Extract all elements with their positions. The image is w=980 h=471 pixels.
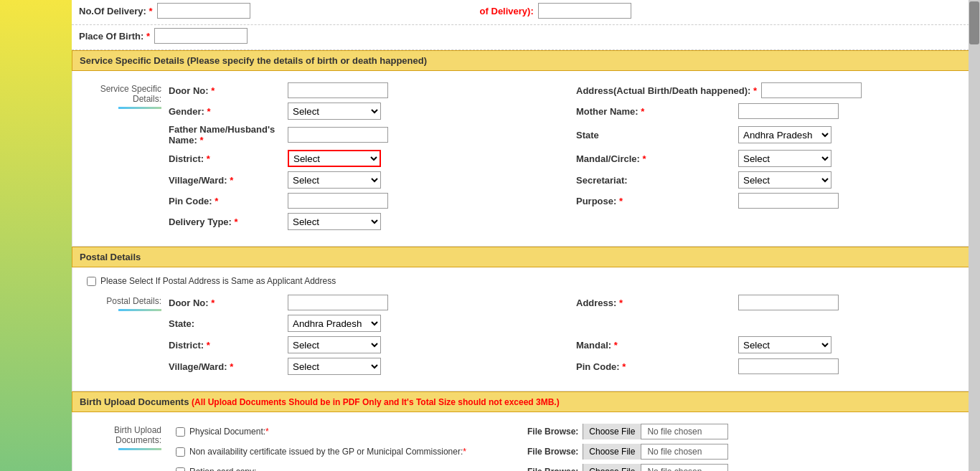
postal-district-select[interactable]: Select [288, 336, 381, 353]
door-no-label: Door No: * [169, 85, 283, 96]
scrollbar-thumb[interactable] [969, 1, 979, 44]
mandal-circle-label: Mandal/Circle: * [576, 153, 734, 164]
postal-address-label: Address: * [576, 298, 734, 308]
birth-upload-form: Physical Document: * File Browse: Choose… [166, 418, 972, 471]
ration-choose-file-btn[interactable]: Choose File [583, 464, 641, 471]
postal-village-field: Village/Ward: * Select [169, 358, 562, 375]
ration-doc-browse: File Browse: Choose File No file chosen [527, 464, 728, 471]
service-specific-content: Service Specific Details: Door No: * Add… [80, 77, 972, 240]
gender-select[interactable]: Select Male Female Other [288, 103, 381, 120]
address-input[interactable] [761, 82, 862, 98]
address-label: Address(Actual Birth/Death happened): * [576, 85, 757, 96]
postal-door-no-input[interactable] [288, 295, 388, 310]
postal-district-field: District: * Select [169, 336, 562, 353]
purpose-input[interactable] [738, 193, 839, 209]
secretariat-field: Secretariat: Select [576, 171, 969, 189]
purpose-field: Purpose: * [576, 193, 969, 209]
right-delivery-group: of Delivery): [480, 3, 631, 19]
postal-door-no-field: Door No: * [169, 295, 562, 310]
postal-checkbox-row: Please Select If Postal Address is Same … [80, 273, 972, 289]
door-no-input[interactable] [288, 82, 388, 98]
row-district-mandal: District: * Select Mandal/Circle: * [169, 150, 969, 167]
delivery-type-select[interactable]: Select [288, 213, 381, 230]
mandal-circle-field: Mandal/Circle: * Select [576, 150, 969, 167]
right-delivery-input[interactable] [538, 3, 631, 19]
postal-state-label: State: [169, 318, 283, 329]
address-field: Address(Actual Birth/Death happened): * [576, 82, 969, 98]
village-ward-select[interactable]: Select [288, 171, 381, 189]
mother-name-input[interactable] [738, 103, 839, 119]
father-name-input[interactable] [288, 127, 388, 143]
mandal-circle-select[interactable]: Select [738, 150, 831, 167]
place-of-birth-group: Place Of Birth: * [79, 28, 248, 44]
postal-row-state: State: Andhra Pradesh [169, 315, 969, 332]
delivery-type-field: Delivery Type: * Select [169, 213, 969, 230]
service-specific-header: Service Specific Details (Please specify… [72, 50, 980, 71]
postal-details-header: Postal Details [72, 247, 980, 267]
pin-code-input[interactable] [288, 193, 388, 209]
birth-upload-body: Birth Upload Documents: Physical Documen… [72, 412, 980, 471]
service-specific-sidebar: Service Specific Details: [80, 77, 166, 240]
ration-doc-label: Ration card copy: [176, 467, 527, 471]
nonavailability-file-chosen-text: No file chosen [641, 447, 727, 457]
row-delivery-type: Delivery Type: * Select [169, 213, 969, 230]
service-specific-form: Door No: * Address(Actual Birth/Death ha… [166, 77, 972, 240]
ration-doc-checkbox[interactable] [176, 467, 185, 472]
door-no-field: Door No: * [169, 82, 562, 98]
district-field: District: * Select [169, 150, 562, 167]
row-pincode-purpose: Pin Code: * Purpose: * [169, 193, 969, 209]
father-name-label: Father Name/Husband's Name: * [169, 124, 283, 146]
secretariat-select[interactable]: Select [738, 171, 831, 189]
postal-state-select[interactable]: Andhra Pradesh [288, 315, 381, 332]
state-select[interactable]: Andhra Pradesh [738, 126, 831, 143]
physical-doc-browse: File Browse: Choose File No file chosen [527, 424, 728, 439]
postal-village-label: Village/Ward: * [169, 361, 283, 372]
postal-content: Postal Details: Door No: * Address: [80, 289, 972, 385]
father-name-field: Father Name/Husband's Name: * [169, 124, 562, 146]
postal-sidebar: Postal Details: [80, 289, 166, 385]
postal-details-body: Please Select If Postal Address is Same … [72, 267, 980, 391]
physical-file-input-group: Choose File No file chosen [583, 424, 728, 439]
mother-name-label: Mother Name: * [576, 106, 734, 117]
no-of-delivery-input[interactable] [157, 3, 250, 19]
nonavailability-file-input-group: Choose File No file chosen [583, 444, 728, 460]
state-label: State [576, 130, 734, 141]
row-door-address: Door No: * Address(Actual Birth/Death ha… [169, 82, 969, 98]
pin-code-field: Pin Code: * [169, 193, 562, 209]
postal-address-input[interactable] [738, 295, 839, 310]
physical-doc-checkbox[interactable] [176, 427, 185, 437]
postal-form: Door No: * Address: * [166, 289, 972, 385]
postal-door-no-label: Door No: * [169, 298, 283, 308]
postal-mandal-label: Mandal: * [576, 340, 734, 351]
birth-upload-header: Birth Upload Documents (All Upload Docum… [72, 391, 980, 412]
postal-pin-input[interactable] [738, 358, 839, 374]
physical-choose-file-btn[interactable]: Choose File [583, 424, 641, 439]
upload-row-nonavailability: Non availability certificate issued by t… [169, 444, 969, 460]
purpose-label: Purpose: * [576, 196, 734, 206]
nonavailability-choose-file-btn[interactable]: Choose File [583, 444, 641, 460]
district-select[interactable]: Select [288, 150, 381, 167]
place-of-birth-row: Place Of Birth: * [72, 25, 980, 50]
no-of-delivery-group: No.Of Delivery: * [79, 3, 250, 19]
nonavailability-doc-checkbox[interactable] [176, 447, 185, 457]
row-gender-mother: Gender: * Select Male Female Other Mothe… [169, 103, 969, 120]
postal-village-select[interactable]: Select [288, 358, 381, 375]
pin-code-label: Pin Code: * [169, 196, 283, 206]
village-ward-field: Village/Ward: * Select [169, 171, 562, 189]
postal-same-checkbox[interactable] [87, 277, 96, 286]
postal-mandal-field: Mandal: * Select [576, 336, 969, 353]
postal-row-village-pin: Village/Ward: * Select Pin Code: * [169, 358, 969, 375]
upload-row-physical: Physical Document: * File Browse: Choose… [169, 424, 969, 439]
mother-name-field: Mother Name: * [576, 103, 969, 119]
place-of-birth-input[interactable] [154, 28, 248, 44]
ration-file-chosen-text: No file chosen [641, 467, 727, 471]
gender-label: Gender: * [169, 106, 283, 117]
postal-address-field: Address: * [576, 295, 969, 310]
nonavailability-doc-label: Non availability certificate issued by t… [176, 447, 527, 457]
ration-file-input-group: Choose File No file chosen [583, 464, 728, 471]
postal-mandal-select[interactable]: Select [738, 336, 831, 353]
postal-row-door-address: Door No: * Address: * [169, 295, 969, 310]
scrollbar[interactable] [969, 0, 980, 471]
left-sidebar [0, 0, 72, 471]
place-of-birth-label: Place Of Birth: * [79, 31, 150, 42]
